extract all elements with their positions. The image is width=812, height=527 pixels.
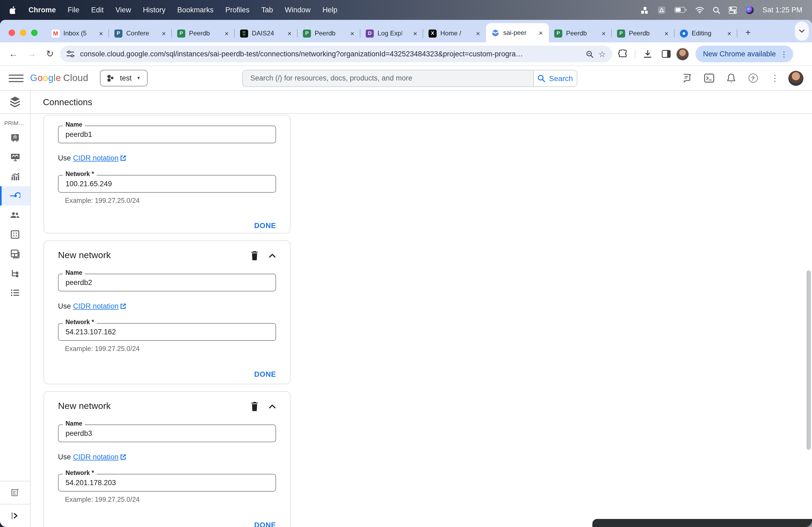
network-input[interactable]: 100.21.65.249 <box>58 175 276 193</box>
zoom-page-icon[interactable] <box>586 50 593 58</box>
close-icon[interactable]: × <box>537 29 545 37</box>
close-icon[interactable]: × <box>474 29 482 37</box>
extensions-icon[interactable] <box>614 46 630 62</box>
gcp-account-avatar[interactable] <box>788 71 803 86</box>
menu-window[interactable]: Window <box>285 6 311 14</box>
tab-title: Confere <box>126 30 156 37</box>
tab-search-chevron[interactable] <box>795 21 809 41</box>
help-icon[interactable]: ? <box>744 70 762 87</box>
tab-editing[interactable]: Editing × <box>675 24 737 42</box>
collapse-card-icon[interactable] <box>269 253 276 258</box>
delete-icon[interactable] <box>251 251 258 260</box>
siri-icon[interactable] <box>745 6 754 14</box>
reload-button[interactable]: ↻ <box>42 46 58 62</box>
nav-menu-icon[interactable] <box>9 71 24 86</box>
tab-peerdb-3[interactable]: P Peerdb × <box>549 24 612 42</box>
name-input[interactable]: peerdb1 <box>58 125 276 143</box>
tab-conference[interactable]: P Confere × <box>109 24 172 42</box>
tab-peerdb-4[interactable]: P Peerdb × <box>612 24 675 42</box>
close-icon[interactable]: × <box>97 29 105 37</box>
stats-icon[interactable] <box>641 6 649 14</box>
new-tab-button[interactable]: + <box>741 25 756 40</box>
bookmark-star-icon[interactable]: ☆ <box>598 49 606 59</box>
tab-x-home[interactable]: X Home / × <box>423 24 486 42</box>
delete-icon[interactable] <box>251 402 258 411</box>
gemini-notes-icon[interactable] <box>678 70 695 87</box>
menubar-clock[interactable]: Sat 1:25 PM <box>762 6 802 14</box>
chrome-profile-avatar[interactable] <box>676 47 689 60</box>
back-button[interactable]: ← <box>5 46 21 62</box>
wifi-icon[interactable] <box>695 7 704 13</box>
menu-file[interactable]: File <box>68 6 79 14</box>
apple-icon[interactable] <box>10 6 17 14</box>
minimize-window-button[interactable] <box>20 30 26 36</box>
tab-sai-peerdb-active[interactable]: sai-peer × <box>486 23 549 42</box>
more-options-icon[interactable]: ⋮ <box>766 70 784 87</box>
tab-inbox[interactable]: M Inbox (5 × <box>46 24 109 42</box>
menu-tab[interactable]: Tab <box>261 6 273 14</box>
side-panel-icon[interactable] <box>658 46 674 62</box>
tab-peerdb-1[interactable]: P Peerdb × <box>172 24 235 42</box>
done-button[interactable]: DONE <box>254 521 276 527</box>
search-input[interactable]: Search (/) for resources, docs, products… <box>242 70 533 87</box>
cidr-notation-link[interactable]: CIDR notation <box>73 453 126 461</box>
sidebar-item-users[interactable] <box>0 206 30 225</box>
menu-view[interactable]: View <box>115 6 131 14</box>
notifications-bell-icon[interactable] <box>722 70 740 87</box>
close-icon[interactable]: × <box>286 29 293 37</box>
close-icon[interactable]: × <box>349 29 356 37</box>
battery-icon[interactable] <box>674 7 686 13</box>
menu-help[interactable]: Help <box>322 6 337 14</box>
cloud-shell-icon[interactable] <box>700 70 717 87</box>
menu-history[interactable]: History <box>143 6 165 14</box>
sidebar-item-replicas[interactable] <box>0 264 30 283</box>
sidebar-item-operations[interactable] <box>0 283 30 302</box>
sidebar-item-backups[interactable] <box>0 244 30 264</box>
sidebar-item-overview[interactable] <box>0 128 30 148</box>
tab-log-explorer[interactable]: D Log Expl × <box>360 24 423 42</box>
menu-chrome[interactable]: Chrome <box>28 6 56 14</box>
close-icon[interactable]: × <box>160 29 168 37</box>
sidebar-item-databases[interactable] <box>0 225 30 244</box>
collapse-sidebar-button[interactable] <box>0 505 30 527</box>
menu-profiles[interactable]: Profiles <box>225 6 249 14</box>
sidebar-item-query-insights[interactable] <box>0 148 30 167</box>
cidr-notation-link[interactable]: CIDR notation <box>73 302 126 310</box>
control-center-icon[interactable] <box>728 6 737 14</box>
close-icon[interactable]: × <box>726 29 733 37</box>
zoom-window-button[interactable] <box>31 30 38 36</box>
search-button[interactable]: Search <box>533 70 577 87</box>
close-icon[interactable]: × <box>600 29 607 37</box>
close-window-button[interactable] <box>9 30 15 36</box>
omnibox[interactable]: console.cloud.google.com/sql/instances/s… <box>60 46 612 62</box>
url-text[interactable]: console.cloud.google.com/sql/instances/s… <box>80 50 580 58</box>
release-notes-button[interactable] <box>0 481 30 504</box>
collapse-card-icon[interactable] <box>269 404 276 409</box>
project-selector[interactable]: test ▼ <box>100 70 148 86</box>
chrome-update-pill[interactable]: New Chrome available ⋮ <box>695 46 793 62</box>
spotlight-icon[interactable] <box>712 6 720 14</box>
done-button[interactable]: DONE <box>254 370 276 378</box>
cidr-notation-link[interactable]: CIDR notation <box>73 154 126 162</box>
network-input[interactable]: 54.201.178.203 <box>58 474 276 492</box>
close-icon[interactable]: × <box>663 29 670 37</box>
close-icon[interactable]: × <box>411 29 419 37</box>
google-cloud-logo[interactable]: Google Cloud <box>30 73 88 84</box>
done-button[interactable]: DONE <box>254 222 276 230</box>
forward-button[interactable]: → <box>24 46 40 62</box>
menu-bookmarks[interactable]: Bookmarks <box>177 6 214 14</box>
name-input[interactable]: peerdb3 <box>58 424 276 442</box>
close-icon[interactable]: × <box>223 29 230 37</box>
sidebar-item-connections[interactable] <box>0 186 30 206</box>
network-input[interactable]: 54.213.107.162 <box>58 323 276 341</box>
sidebar-item-system-insights[interactable] <box>0 167 30 186</box>
menu-edit[interactable]: Edit <box>91 6 104 14</box>
tab-peerdb-2[interactable]: P Peerdb × <box>298 24 360 42</box>
vertical-scrollbar[interactable] <box>807 270 811 450</box>
download-icon[interactable] <box>640 46 656 62</box>
chrome-menu-icon[interactable]: ⋮ <box>780 50 788 58</box>
site-settings-icon[interactable] <box>67 50 75 57</box>
tab-dais24[interactable]: DAIS DAIS24 × <box>235 24 298 42</box>
keystone-icon[interactable] <box>657 6 666 14</box>
name-input[interactable]: peerdb2 <box>58 274 276 291</box>
